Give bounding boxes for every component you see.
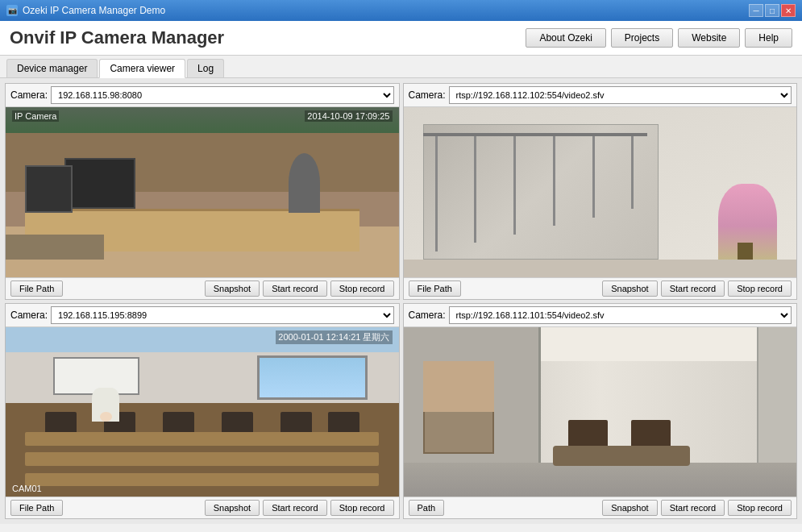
- snapshot-button-bottom-right[interactable]: Snapshot: [602, 500, 657, 516]
- file-path-button-bottom-left[interactable]: File Path: [10, 500, 63, 516]
- camera-controls-top-right: File Path Snapshot Start record Stop rec…: [404, 277, 797, 299]
- camera-feed-bottom-left: 2000-01-01 12:14:21 星期六 CAM01: [6, 327, 399, 497]
- camera-label-top-right: Camera:: [409, 89, 446, 101]
- camera-feed-top-right: [404, 107, 797, 277]
- start-record-button-top-left[interactable]: Start record: [263, 281, 326, 297]
- snapshot-button-bottom-left[interactable]: Snapshot: [205, 500, 260, 516]
- camera-select-bottom-left[interactable]: 192.168.115.195:8899: [51, 306, 393, 324]
- stop-record-button-top-right[interactable]: Stop record: [728, 281, 792, 297]
- title-bar: 📷 Ozeki IP Camera Manager Demo ─ □ ✕: [0, 0, 802, 21]
- app-icon: 📷: [6, 5, 18, 16]
- camera-label-top-left: Camera:: [10, 89, 48, 101]
- snapshot-button-top-right[interactable]: Snapshot: [602, 281, 657, 297]
- title-bar-controls: ─ □ ✕: [749, 4, 796, 17]
- header-buttons: About Ozeki Projects Website Help: [526, 28, 792, 48]
- camera-select-top-right[interactable]: rtsp://192.168.112.102:554/video2.sfv: [449, 86, 792, 104]
- camera-panel-bottom-right: Camera: rtsp://192.168.112.101:554/video…: [403, 303, 798, 520]
- camera-select-top-left[interactable]: 192.168.115.98:8080: [51, 86, 393, 104]
- feed-label-top-left: IP Camera: [12, 110, 59, 122]
- camera-bar-bottom-left: Camera: 192.168.115.195:8899: [6, 304, 399, 327]
- file-path-button-bottom-right[interactable]: Path: [409, 500, 445, 516]
- file-path-button-top-left[interactable]: File Path: [10, 281, 63, 297]
- stop-record-button-bottom-left[interactable]: Stop record: [330, 500, 394, 516]
- close-button[interactable]: ✕: [781, 4, 796, 17]
- camera-controls-bottom-right: Path Snapshot Start record Stop record: [404, 497, 797, 518]
- title-bar-left: 📷 Ozeki IP Camera Manager Demo: [6, 5, 165, 16]
- maximize-button[interactable]: □: [765, 4, 779, 17]
- feed-timestamp-bottom-left: 2000-01-01 12:14:21 星期六: [276, 330, 392, 344]
- feed-timestamp-top-left: 2014-10-09 17:09:25: [305, 110, 392, 122]
- camera-bar-bottom-right: Camera: rtsp://192.168.112.101:554/video…: [404, 304, 797, 327]
- camera-label-bottom-right: Camera:: [409, 310, 446, 321]
- camera-controls-bottom-left: File Path Snapshot Start record Stop rec…: [6, 497, 399, 518]
- header: Onvif IP Camera Manager About Ozeki Proj…: [0, 21, 802, 56]
- help-button[interactable]: Help: [745, 28, 792, 48]
- camera-feed-bottom-right: [404, 327, 797, 497]
- start-record-button-bottom-left[interactable]: Start record: [263, 500, 326, 516]
- tab-log[interactable]: Log: [187, 59, 224, 77]
- minimize-button[interactable]: ─: [749, 4, 763, 17]
- tab-device-manager[interactable]: Device manager: [6, 59, 98, 77]
- camera-bar-top-left: Camera: 192.168.115.98:8080: [6, 84, 399, 107]
- camera-panel-bottom-left: Camera: 192.168.115.195:8899: [5, 303, 400, 520]
- camera-panel-top-right: Camera: rtsp://192.168.112.102:554/video…: [403, 83, 798, 300]
- projects-button[interactable]: Projects: [611, 28, 673, 48]
- main-content: Camera: 192.168.115.98:8080 IP Camera 20…: [0, 78, 802, 524]
- title-bar-title: Ozeki IP Camera Manager Demo: [23, 5, 165, 16]
- file-path-button-top-right[interactable]: File Path: [409, 281, 461, 297]
- camera-label-bottom-left: Camera:: [10, 310, 48, 321]
- about-ozeki-button[interactable]: About Ozeki: [526, 28, 605, 48]
- tabs: Device manager Camera viewer Log: [0, 56, 802, 78]
- website-button[interactable]: Website: [678, 28, 740, 48]
- camera-controls-top-left: File Path Snapshot Start record Stop rec…: [6, 277, 399, 299]
- snapshot-button-top-left[interactable]: Snapshot: [205, 281, 260, 297]
- start-record-button-bottom-right[interactable]: Start record: [661, 500, 725, 516]
- app-title: Onvif IP Camera Manager: [10, 27, 224, 48]
- camera-panel-top-left: Camera: 192.168.115.98:8080 IP Camera 20…: [5, 83, 400, 300]
- start-record-button-top-right[interactable]: Start record: [661, 281, 725, 297]
- camera-select-bottom-right[interactable]: rtsp://192.168.112.101:554/video2.sfv: [449, 306, 792, 324]
- tab-camera-viewer[interactable]: Camera viewer: [99, 59, 185, 78]
- camera-bar-top-right: Camera: rtsp://192.168.112.102:554/video…: [404, 84, 797, 107]
- camera-feed-top-left: IP Camera 2014-10-09 17:09:25: [6, 107, 399, 277]
- stop-record-button-top-left[interactable]: Stop record: [330, 281, 394, 297]
- feed-cam-label-bottom-left: CAM01: [12, 484, 42, 493]
- stop-record-button-bottom-right[interactable]: Stop record: [728, 500, 792, 516]
